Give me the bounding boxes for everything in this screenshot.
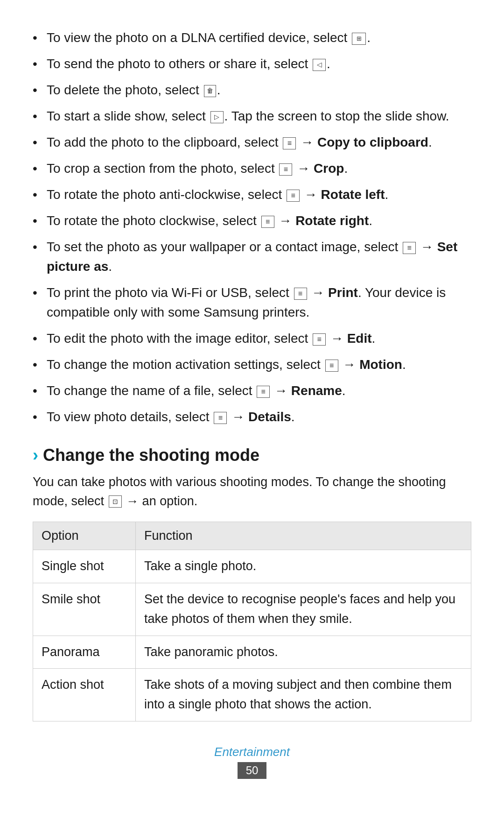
- table-row: Single shot Take a single photo.: [33, 550, 471, 583]
- bullet-text: To set the photo as your wallpaper or a …: [47, 240, 457, 274]
- slideshow-icon: ▷: [210, 111, 224, 123]
- bullet-text: To print the photo via Wi-Fi or USB, sel…: [47, 285, 446, 319]
- menu-icon: ≡: [287, 190, 300, 202]
- bullet-text: To start a slide show, select ▷. Tap the…: [47, 109, 449, 123]
- bullet-text: To edit the photo with the image editor,…: [47, 331, 375, 346]
- bullet-text: To change the name of a file, select ≡ →…: [47, 383, 346, 398]
- camera-mode-icon: ⊡: [109, 495, 122, 508]
- bullet-text: To delete the photo, select 🗑.: [47, 83, 220, 97]
- menu-icon: ≡: [214, 412, 227, 424]
- option-single-shot: Single shot: [33, 550, 136, 583]
- table-row: Action shot Take shots of a moving subje…: [33, 669, 471, 721]
- option-smile-shot: Smile shot: [33, 583, 136, 636]
- table-row: Smile shot Set the device to recognise p…: [33, 583, 471, 636]
- page-number: 50: [238, 762, 267, 779]
- bullet-text: To send the photo to others or share it,…: [47, 57, 330, 71]
- bullet-text: To rotate the photo clockwise, select ≡ …: [47, 213, 372, 228]
- menu-icon: ≡: [261, 216, 274, 228]
- option-panorama: Panorama: [33, 636, 136, 669]
- share-icon: ◁: [313, 59, 326, 71]
- list-item: To delete the photo, select 🗑.: [33, 80, 471, 100]
- list-item: To send the photo to others or share it,…: [33, 54, 471, 74]
- menu-icon: ≡: [257, 386, 270, 398]
- list-item: To crop a section from the photo, select…: [33, 159, 471, 178]
- trash-icon: 🗑: [204, 85, 216, 97]
- function-smile-shot: Set the device to recognise people's fac…: [136, 583, 471, 636]
- bullet-text: To view the photo on a DLNA certified de…: [47, 30, 371, 45]
- list-item: To view photo details, select ≡ → Detail…: [33, 407, 471, 427]
- menu-icon: ≡: [313, 333, 326, 346]
- page-footer: Entertainment 50: [33, 740, 471, 779]
- function-action-shot: Take shots of a moving subject and then …: [136, 669, 471, 721]
- section-description: You can take photos with various shootin…: [33, 473, 471, 510]
- list-item: To view the photo on a DLNA certified de…: [33, 28, 471, 48]
- footer-label: Entertainment: [33, 745, 471, 759]
- menu-icon: ≡: [294, 288, 307, 300]
- menu-icon: ≡: [403, 242, 416, 254]
- table-header-option: Option: [33, 522, 136, 550]
- list-item: To change the name of a file, select ≡ →…: [33, 381, 471, 401]
- shooting-mode-table: Option Function Single shot Take a singl…: [33, 522, 471, 721]
- option-action-shot: Action shot: [33, 669, 136, 721]
- list-item: To print the photo via Wi-Fi or USB, sel…: [33, 283, 471, 322]
- bullet-text: To rotate the photo anti-clockwise, sele…: [47, 187, 388, 202]
- chevron-icon: ›: [33, 445, 38, 465]
- menu-icon: ≡: [325, 360, 338, 372]
- function-single-shot: Take a single photo.: [136, 550, 471, 583]
- section-heading: › Change the shooting mode: [33, 445, 471, 465]
- bullet-text: To change the motion activation settings…: [47, 357, 406, 372]
- list-item: To rotate the photo anti-clockwise, sele…: [33, 185, 471, 205]
- list-item: To change the motion activation settings…: [33, 355, 471, 375]
- bullet-list: To view the photo on a DLNA certified de…: [33, 28, 471, 427]
- dlna-icon: ⊞: [352, 33, 366, 45]
- list-item: To edit the photo with the image editor,…: [33, 329, 471, 348]
- table-row: Panorama Take panoramic photos.: [33, 636, 471, 669]
- function-panorama: Take panoramic photos.: [136, 636, 471, 669]
- menu-icon: ≡: [279, 163, 292, 176]
- table-header-function: Function: [136, 522, 471, 550]
- menu-icon: ≡: [283, 137, 296, 149]
- bullet-text: To crop a section from the photo, select…: [47, 161, 348, 176]
- bullet-text: To view photo details, select ≡ → Detail…: [47, 410, 295, 424]
- list-item: To set the photo as your wallpaper or a …: [33, 237, 471, 276]
- bullet-text: To add the photo to the clipboard, selec…: [47, 135, 432, 149]
- list-item: To rotate the photo clockwise, select ≡ …: [33, 211, 471, 231]
- list-item: To start a slide show, select ▷. Tap the…: [33, 106, 471, 126]
- section-title: Change the shooting mode: [43, 445, 259, 465]
- list-item: To add the photo to the clipboard, selec…: [33, 133, 471, 152]
